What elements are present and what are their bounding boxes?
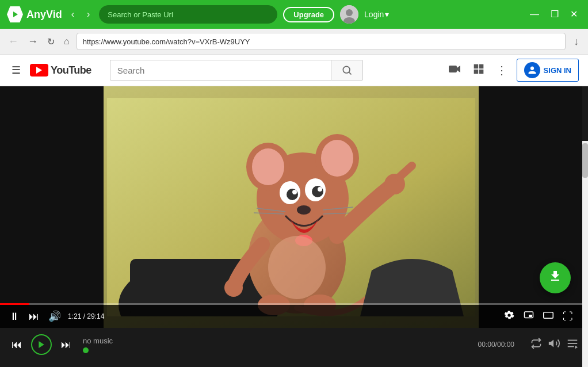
yt-right-controls: ⋮ SIGN IN	[445, 59, 579, 82]
search-input[interactable]	[108, 10, 269, 19]
yt-signin-label: SIGN IN	[544, 66, 571, 75]
avatar	[340, 5, 358, 24]
back-arrow-button[interactable]: ←	[6, 35, 21, 49]
home-button[interactable]: ⌂	[62, 35, 72, 48]
svg-rect-40	[544, 312, 553, 318]
left-panel	[0, 86, 104, 328]
download-fab-button[interactable]	[540, 262, 571, 293]
yt-logo[interactable]: YouTube	[30, 64, 91, 77]
login-button[interactable]: Login ▾	[364, 10, 389, 19]
skip-forward-button[interactable]: ⏭	[26, 309, 41, 324]
svg-line-4	[349, 72, 352, 75]
yt-search-area	[110, 60, 363, 81]
svg-point-26	[297, 205, 311, 215]
forward-arrow-button[interactable]: →	[25, 35, 40, 49]
fullscreen-button[interactable]: ⛶	[560, 309, 575, 324]
svg-point-24	[292, 190, 297, 194]
window-controls: — ❐ ✕	[526, 9, 581, 20]
svg-marker-46	[575, 345, 578, 349]
svg-point-19	[321, 140, 353, 177]
content-area: ⏸ ⏭ 🔊 1:21 / 29:14	[0, 86, 588, 328]
right-panel	[479, 86, 582, 328]
play-pause-button[interactable]: ⏸	[7, 309, 22, 324]
yt-menu-button[interactable]: ☰	[9, 62, 23, 79]
download-fab-icon	[548, 269, 562, 286]
svg-point-22	[287, 189, 298, 200]
svg-rect-5	[449, 66, 457, 72]
song-info: no music	[81, 337, 471, 353]
miniplayer-button[interactable]	[521, 309, 536, 324]
svg-point-17	[252, 148, 284, 185]
svg-point-25	[318, 187, 322, 192]
play-pause-main-button[interactable]	[31, 334, 52, 355]
svg-rect-10	[479, 69, 483, 74]
volume-player-button[interactable]	[548, 337, 560, 353]
playlist-button[interactable]	[566, 337, 579, 353]
volume-button[interactable]: 🔊	[46, 309, 63, 324]
url-bar[interactable]	[77, 33, 566, 50]
song-title: no music	[83, 337, 471, 345]
svg-marker-41	[39, 341, 44, 348]
maximize-button[interactable]: ❐	[547, 9, 562, 20]
logo-area: AnyVid	[7, 6, 62, 22]
svg-rect-9	[474, 69, 478, 74]
bottom-player: ⏮ ⏭ no music 00:00/00:00	[0, 328, 588, 361]
scrollbar-thumb[interactable]	[582, 143, 588, 178]
download-nav-button[interactable]: ↓	[570, 35, 582, 49]
theater-button[interactable]	[541, 309, 556, 324]
video-controls: ⏸ ⏭ 🔊 1:21 / 29:14	[0, 305, 582, 328]
song-time: 00:00/00:00	[478, 341, 514, 349]
svg-point-23	[312, 186, 323, 197]
vc-right-controls: ⛶	[502, 309, 575, 324]
yt-signin-avatar	[524, 62, 540, 78]
svg-point-3	[343, 66, 350, 73]
yt-header: ☰ YouTube ⋮	[0, 55, 588, 86]
svg-marker-6	[457, 66, 460, 72]
prev-track-button[interactable]: ⏮	[9, 338, 24, 352]
app-name: AnyVid	[26, 9, 62, 21]
video-area[interactable]: ⏸ ⏭ 🔊 1:21 / 29:14	[0, 86, 582, 328]
player-right-controls	[530, 337, 579, 353]
yt-logo-icon	[30, 64, 48, 77]
svg-rect-7	[474, 64, 478, 68]
nav-back-button[interactable]: ‹	[68, 7, 78, 22]
svg-point-34	[224, 278, 243, 297]
svg-rect-39	[529, 315, 532, 317]
time-display: 1:21 / 29:14	[68, 312, 104, 320]
yt-search-input[interactable]	[110, 60, 331, 81]
settings-button[interactable]	[502, 309, 517, 324]
yt-search-button[interactable]	[331, 60, 363, 81]
logo-icon	[7, 6, 23, 22]
svg-point-1	[346, 9, 353, 16]
top-search-bar[interactable]	[99, 5, 277, 24]
top-bar: AnyVid ‹ › Upgrade Login ▾ — ❐ ✕	[0, 0, 588, 29]
yt-video-icon-button[interactable]	[445, 60, 464, 81]
svg-rect-8	[479, 64, 483, 68]
close-button[interactable]: ✕	[567, 9, 581, 20]
song-progress-dot	[83, 347, 89, 353]
svg-point-35	[268, 236, 326, 299]
scrollbar[interactable]	[582, 141, 588, 367]
refresh-button[interactable]: ↻	[45, 35, 57, 48]
cartoon-scene	[107, 98, 475, 316]
minimize-button[interactable]: —	[526, 9, 543, 20]
svg-marker-42	[549, 339, 553, 347]
browser-nav: ← → ↻ ⌂ ↓	[0, 29, 588, 55]
yt-signin-button[interactable]: SIGN IN	[517, 59, 579, 82]
upgrade-button[interactable]: Upgrade	[283, 7, 334, 22]
yt-more-button[interactable]: ⋮	[494, 61, 510, 79]
repeat-button[interactable]	[530, 338, 542, 352]
next-track-button[interactable]: ⏭	[59, 338, 74, 352]
nav-forward-button[interactable]: ›	[83, 7, 93, 22]
yt-logo-text: YouTube	[51, 64, 91, 77]
yt-grid-button[interactable]	[471, 61, 487, 80]
